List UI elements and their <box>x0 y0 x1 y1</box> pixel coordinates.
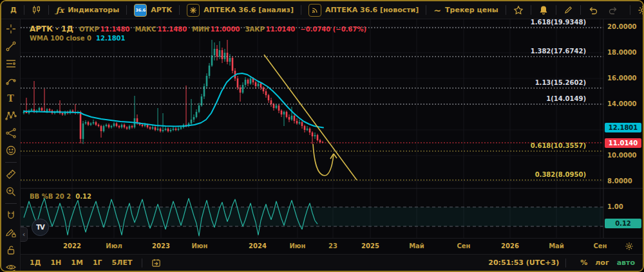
fib-level-label: 0.618(10.3557) <box>531 142 586 149</box>
pencil-icon <box>564 5 573 15</box>
undo-button[interactable] <box>585 5 601 15</box>
tool-fib-retracement[interactable] <box>4 58 18 69</box>
tab-apteka-analysis-label: АПТЕКА 36.6 [анализ] <box>204 6 294 14</box>
leftbar-collapse-button[interactable]: ‹ <box>21 227 28 242</box>
chevron-left-icon: ‹ <box>23 230 25 239</box>
range-button-1н[interactable]: 1Н <box>50 258 61 267</box>
tool-drawing-lock[interactable] <box>4 227 18 239</box>
candles-icon <box>32 5 41 15</box>
open-label: ОТКР <box>79 26 99 33</box>
fx-icon: ƒx <box>56 6 64 15</box>
top-toolbar: Д ƒx Индикаторы 36.6 АРТК АПТЕКА 36.6 [а… <box>1 1 643 19</box>
tool-lock-all[interactable] <box>4 244 18 256</box>
wma-price-badge: 12.1801 <box>605 123 641 132</box>
tool-forecast[interactable] <box>4 127 18 139</box>
range-button-1д[interactable]: 1Д <box>30 258 41 267</box>
fib-retracement-icon <box>5 58 17 69</box>
indicators-button[interactable]: ƒx Индикаторы <box>53 6 122 15</box>
settings-button[interactable] <box>635 5 644 15</box>
price-axis-label: 1.00 <box>607 203 623 210</box>
log-scale-button[interactable]: лог <box>595 258 609 267</box>
ticker-icon-text: 36.6 <box>135 8 146 13</box>
indicators-label: Индикаторы <box>68 6 119 14</box>
tab-apteka-news[interactable]: АПТЕКА 36.6 [новости] <box>306 4 421 17</box>
fib-level-label: 1.13(15.2602) <box>535 79 586 86</box>
tool-zoom-in[interactable] <box>4 186 18 197</box>
tool-measure[interactable] <box>4 168 18 180</box>
high-label: МАКС <box>135 26 156 33</box>
range-button-5лет[interactable]: 5ЛЕТ <box>112 258 133 267</box>
toolbar-separator <box>24 5 24 15</box>
toolbar-separator <box>142 258 142 267</box>
range-button-1г[interactable]: 1Г <box>93 258 102 267</box>
chart-style-button[interactable] <box>29 5 44 15</box>
tool-curve[interactable] <box>4 75 18 87</box>
auto-scale-button[interactable]: авто <box>617 258 635 267</box>
toolbar-separator <box>531 5 531 15</box>
fib-level-label: 1(14.0149) <box>546 95 586 102</box>
price-axis-label: 10.0000 <box>607 152 637 159</box>
interval-button[interactable]: Д <box>8 6 19 14</box>
tool-trend-line[interactable] <box>4 41 18 52</box>
low-label: МИН <box>192 26 209 33</box>
goto-date-button[interactable] <box>149 258 164 267</box>
bell-icon <box>538 5 549 15</box>
change-value: −0.0740 (−0.67%) <box>300 26 366 33</box>
draw-button[interactable] <box>561 5 576 15</box>
bb-label[interactable]: BB %B 20 2 <box>30 193 71 200</box>
toolbar-separator <box>179 5 180 15</box>
interval-label: Д <box>10 6 17 14</box>
tab-apteka-news-label: АПТЕКА 36.6 [новости] <box>325 6 419 14</box>
forecast-icon <box>5 127 17 139</box>
toolbar-separator <box>301 5 301 15</box>
fib-level-label: 0.382(8.0950) <box>535 171 586 178</box>
price-chart[interactable] <box>1 1 644 272</box>
star-icon <box>513 5 524 15</box>
alerts-button[interactable] <box>536 5 551 15</box>
clock-display[interactable]: 20:51:53 (UTC+3) <box>488 258 559 267</box>
last-price-value: 11.0140 <box>609 140 638 147</box>
wma-badge-value: 12.1801 <box>609 124 638 131</box>
tab-artk[interactable]: 36.6 АРТК <box>131 4 175 17</box>
timeaxis-settings-button[interactable] <box>625 242 634 251</box>
tool-xabcd-pattern[interactable] <box>4 110 18 122</box>
sparkle-icon <box>187 4 200 17</box>
open-value: 11.1480 <box>100 26 130 33</box>
gear-icon <box>638 5 644 15</box>
tool-magnet[interactable] <box>4 210 18 221</box>
toolbar-separator <box>565 258 566 267</box>
chart-window: Д ƒx Индикаторы 36.6 АРТК АПТЕКА 36.6 [а… <box>0 0 644 272</box>
news-icon <box>308 4 321 17</box>
redo-button[interactable] <box>605 5 621 15</box>
tool-emoji[interactable] <box>4 145 18 156</box>
tab-apteka-analysis[interactable]: АПТЕКА 36.6 [анализ] <box>184 4 296 17</box>
curve-icon <box>5 75 17 87</box>
symbol-title[interactable]: АРТК · 1Д <box>30 24 73 33</box>
range-buttons: 1Д1Н1М1Г5ЛЕТ <box>30 258 142 267</box>
pencil-lock-icon <box>5 227 17 239</box>
percent-scale-button[interactable]: % <box>580 258 587 267</box>
trend-line-icon <box>5 41 17 52</box>
toolbar-separator <box>126 5 127 15</box>
tool-crosshair[interactable] <box>4 23 18 35</box>
tool-text[interactable]: T <box>4 93 18 104</box>
ruler-icon <box>5 168 17 180</box>
range-button-1м[interactable]: 1М <box>71 258 83 267</box>
watchlist-button[interactable] <box>511 5 526 15</box>
bb-value-badge: 0.12 <box>605 219 641 228</box>
redo-icon <box>608 5 618 15</box>
fib-level-label: 1.618(19.9348) <box>531 19 586 26</box>
toolbar-separator <box>5 203 17 204</box>
toolbar-separator <box>426 5 426 15</box>
price-tracker-button[interactable]: ~ Трекер цены <box>431 5 500 15</box>
price-axis-label: 8.0000 <box>607 177 632 185</box>
wave-icon: ~ <box>433 5 441 15</box>
wma-label[interactable]: WMA 100 close 0 <box>30 35 91 42</box>
bottom-toolbar: 1Д1Н1М1Г5ЛЕТ 20:51:53 (UTC+3) % лог авто <box>21 254 643 271</box>
tool-hide-drawings[interactable] <box>4 262 18 272</box>
crosshair-icon <box>5 23 17 35</box>
tradingview-logo[interactable]: TV <box>32 219 49 236</box>
smiley-icon <box>5 145 17 156</box>
bb-legend: BB %B 20 2 0.12 <box>30 193 91 200</box>
bb-badge-value: 0.12 <box>615 220 631 227</box>
